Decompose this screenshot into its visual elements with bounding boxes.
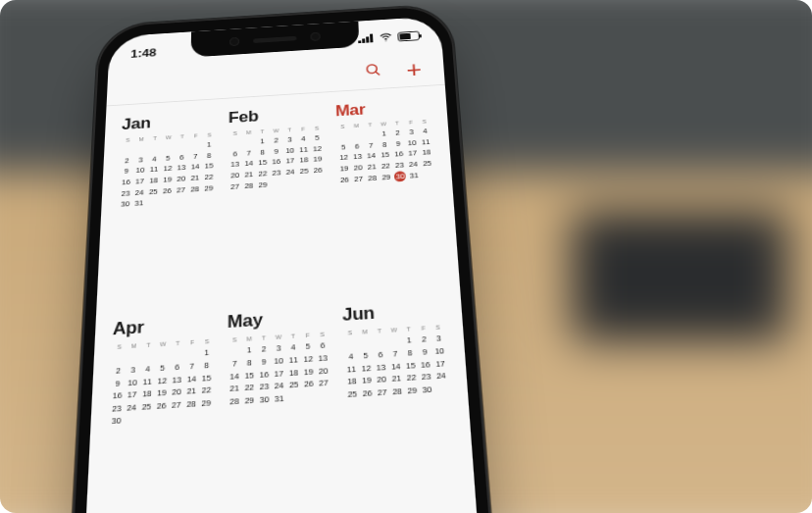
sensor-dot	[310, 32, 320, 41]
svg-line-2	[376, 72, 380, 76]
speaker-grille	[253, 35, 296, 42]
month-label: Jun	[342, 299, 445, 327]
month-label: Jan	[122, 110, 217, 133]
battery-icon	[397, 30, 420, 41]
month-label: Mar	[335, 97, 431, 121]
search-icon[interactable]	[364, 61, 382, 81]
month-jan[interactable]: JanSMTWTFS123456789101112131415161718192…	[114, 110, 217, 305]
day-grid: 1234567891011121314151617181920212223242…	[118, 139, 216, 211]
status-time: 1:48	[130, 45, 157, 60]
day-grid: 1234567891011121314151617181920212223242…	[228, 132, 326, 192]
status-right	[358, 29, 420, 45]
year-grid[interactable]: JanSMTWTFS123456789101112131415161718192…	[72, 85, 497, 513]
svg-point-0	[385, 40, 386, 41]
month-label: Apr	[113, 313, 215, 340]
month-may[interactable]: MaySMTWTFS123456789101112131415161718192…	[227, 306, 335, 513]
month-label: Feb	[228, 103, 324, 127]
camera-dot	[229, 37, 239, 46]
month-feb[interactable]: FebSMTWTFS123456789101112131415161718192…	[228, 103, 329, 297]
month-apr[interactable]: AprSMTWTFS123456789101112131415161718192…	[104, 313, 215, 513]
scene: 1:48 +	[0, 0, 812, 513]
day-grid: 1234567891011121314151617181920212223242…	[227, 339, 331, 408]
day-grid: 1234567891011121314151617181920212223242…	[336, 126, 435, 185]
signal-icon	[358, 33, 375, 43]
phone-screen: 1:48 +	[72, 16, 497, 513]
month-jun[interactable]: JunSMTWTFS123456789101112131415161718192…	[342, 299, 459, 513]
day-grid: 1234567891011121314151617181920212223242…	[109, 346, 215, 428]
svg-point-1	[367, 64, 377, 73]
month-label: May	[228, 306, 330, 333]
phone-frame: 1:48 +	[55, 4, 514, 513]
add-button[interactable]: +	[406, 57, 423, 80]
wifi-icon	[379, 31, 393, 44]
day-grid: 1234567891011121314151617181920212223242…	[343, 333, 450, 401]
month-mar[interactable]: MarSMTWTFS123456789101112131415161718192…	[335, 97, 442, 291]
